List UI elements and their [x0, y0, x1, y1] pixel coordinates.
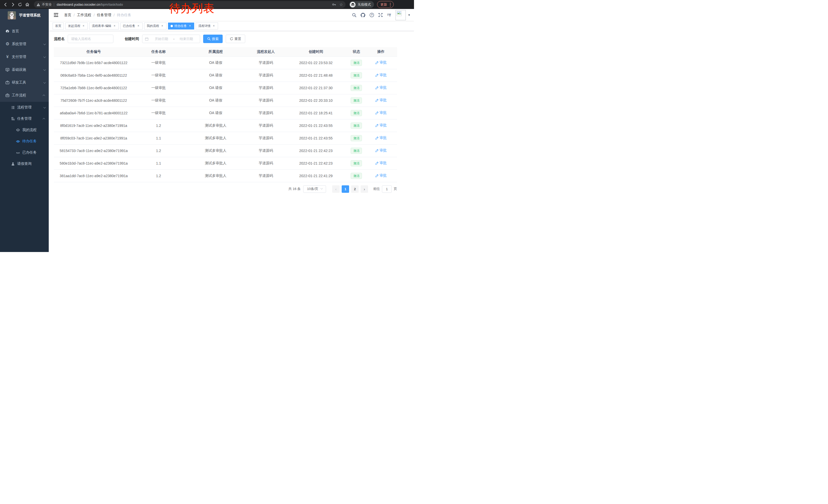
- page-size-select[interactable]: 10条/页: [303, 185, 326, 193]
- chevron-down-icon: [43, 81, 46, 84]
- col-task-name: 任务名称: [133, 47, 183, 56]
- task-name-cell: 一级审批: [133, 94, 183, 107]
- end-date-placeholder[interactable]: 结束日期: [175, 37, 197, 41]
- approve-link[interactable]: 审批: [375, 73, 387, 78]
- close-icon[interactable]: ×: [212, 25, 215, 28]
- url-path[interactable]: /bpm/task/todo: [100, 3, 123, 6]
- status-cell: 激活: [348, 144, 365, 157]
- prev-page-button[interactable]: ‹: [332, 185, 340, 193]
- browser-update-button[interactable]: 更新: [377, 1, 394, 8]
- password-key-icon[interactable]: [332, 2, 336, 7]
- approve-link[interactable]: 审批: [375, 85, 387, 90]
- breadcrumb-task-mgmt[interactable]: 任务管理: [97, 13, 111, 17]
- avatar[interactable]: [396, 10, 406, 20]
- dashboard-icon: [5, 29, 9, 33]
- help-icon[interactable]: ?: [368, 11, 376, 19]
- reset-button[interactable]: 重置: [226, 35, 245, 43]
- page-2-button[interactable]: 2: [351, 185, 359, 193]
- tag-my-process[interactable]: 我的流程×: [144, 22, 166, 30]
- back-icon[interactable]: [2, 1, 9, 8]
- approve-link[interactable]: 审批: [375, 123, 387, 128]
- process-name-input[interactable]: [68, 35, 113, 43]
- approve-link-label: 审批: [380, 136, 387, 140]
- table-row: 8f059c03-7ac8-11ec-a9e2-a2380e71991a1.1测…: [54, 132, 397, 144]
- sidebar-item-label: 已办任务: [22, 150, 45, 155]
- eye-closed-icon: [16, 150, 20, 154]
- tag-home[interactable]: 首页: [52, 22, 64, 30]
- actions-cell: 审批: [365, 107, 397, 119]
- browser-menu-icon[interactable]: [389, 3, 391, 6]
- sidebar-item-infra[interactable]: 基础设施: [0, 63, 49, 76]
- approve-link[interactable]: 审批: [375, 98, 387, 102]
- home-icon[interactable]: [24, 1, 31, 8]
- fullscreen-icon[interactable]: [377, 11, 384, 19]
- close-icon[interactable]: ×: [161, 25, 164, 28]
- goto-page-input[interactable]: [382, 185, 392, 193]
- sidebar-item-devtools[interactable]: 研发工具: [0, 76, 49, 89]
- starter-cell: 芋道源码: [248, 56, 284, 69]
- monitor-icon: [5, 68, 9, 72]
- sidebar-item-leave-query[interactable]: 请假查询: [0, 158, 49, 170]
- approve-link[interactable]: 审批: [375, 173, 387, 178]
- sidebar-item-done-tasks[interactable]: 已办任务: [0, 147, 49, 158]
- app-header: 首页 / 工作流程 / 任务管理 / 待办任务 ? TT: [49, 9, 414, 21]
- breadcrumb-home[interactable]: 首页: [64, 13, 71, 17]
- table-row: a6aba0a4-7b6d-11ec-b781-acde48001122一级审批…: [54, 107, 397, 119]
- next-page-button[interactable]: ›: [361, 185, 368, 193]
- sidebar-item-task-mgmt[interactable]: 任务管理: [0, 113, 49, 124]
- approve-link[interactable]: 审批: [375, 136, 387, 140]
- tag-todo-tasks[interactable]: 待办任务×: [168, 22, 194, 30]
- close-icon[interactable]: ×: [113, 25, 116, 28]
- font-size-icon[interactable]: TT: [385, 11, 393, 19]
- sidebar-item-process-mgmt[interactable]: 流程管理: [0, 102, 49, 113]
- approve-link-label: 审批: [380, 73, 387, 78]
- sidebar-item-my-process[interactable]: 我的流程: [0, 124, 49, 136]
- task-name-cell: 1.2: [133, 119, 183, 132]
- url-host[interactable]: dashboard.yudao.iocoder.cn: [57, 3, 100, 6]
- close-icon[interactable]: ×: [188, 25, 192, 28]
- date-range-picker[interactable]: 开始日期 - 结束日期: [142, 35, 200, 43]
- forward-icon[interactable]: [9, 1, 16, 8]
- sidebar-item-workflow[interactable]: 工作流程: [0, 89, 49, 102]
- page-unit-label: 页: [394, 187, 397, 191]
- search-button[interactable]: 搜索: [203, 35, 223, 43]
- security-label[interactable]: 不安全: [42, 2, 52, 7]
- tag-form-edit[interactable]: 流程表单-编辑×: [89, 22, 119, 30]
- approve-link-label: 审批: [380, 110, 387, 115]
- bookmark-star-icon[interactable]: ☆: [339, 2, 343, 7]
- breadcrumb-workflow[interactable]: 工作流程: [77, 13, 91, 17]
- create-time-cell: 2022-01-21 22:43:55: [284, 132, 348, 144]
- yen-icon: ¥: [5, 55, 9, 59]
- goto-label: 前往: [373, 187, 380, 191]
- app-logo-row[interactable]: 芋道管理系统: [0, 9, 49, 22]
- close-icon[interactable]: ×: [137, 25, 140, 28]
- sidebar-item-todo-tasks[interactable]: 待办任务: [0, 136, 49, 147]
- sidebar-item-system[interactable]: ⚙ 系统管理: [0, 38, 49, 50]
- update-label[interactable]: 更新: [380, 2, 387, 7]
- search-icon[interactable]: [350, 11, 358, 19]
- close-icon[interactable]: ×: [82, 25, 85, 28]
- omnibox-divider: [54, 3, 54, 6]
- start-date-placeholder[interactable]: 开始日期: [151, 37, 172, 41]
- caret-down-icon[interactable]: ▼: [408, 13, 410, 16]
- task-id-cell: 58154733-7ac8-11ec-a9e2-a2380e71991a: [54, 144, 133, 157]
- status-cell: 激活: [348, 170, 365, 182]
- approve-link[interactable]: 审批: [375, 161, 387, 165]
- status-badge: 激活: [350, 173, 362, 179]
- tag-process-detail[interactable]: 流程详情×: [196, 22, 218, 30]
- approve-link[interactable]: 审批: [375, 60, 387, 65]
- actions-cell: 审批: [365, 119, 397, 132]
- approve-link[interactable]: 审批: [375, 148, 387, 153]
- approve-link[interactable]: 审批: [375, 110, 387, 115]
- github-icon[interactable]: [359, 11, 367, 19]
- sidebar-item-home[interactable]: 首页: [0, 25, 49, 38]
- tag-done-tasks[interactable]: 已办任务×: [120, 22, 142, 30]
- reload-icon[interactable]: [16, 1, 24, 8]
- sidebar-item-payment[interactable]: ¥ 支付管理: [0, 50, 49, 63]
- status-cell: 激活: [348, 157, 365, 170]
- table-row: 58154733-7ac8-11ec-a9e2-a2380e71991a1.2测…: [54, 144, 397, 157]
- task-name-cell: 一级审批: [133, 107, 183, 119]
- tag-start-process[interactable]: 发起流程×: [66, 22, 88, 30]
- page-1-button[interactable]: 1: [342, 185, 349, 193]
- sidebar-collapse-icon[interactable]: [51, 10, 60, 20]
